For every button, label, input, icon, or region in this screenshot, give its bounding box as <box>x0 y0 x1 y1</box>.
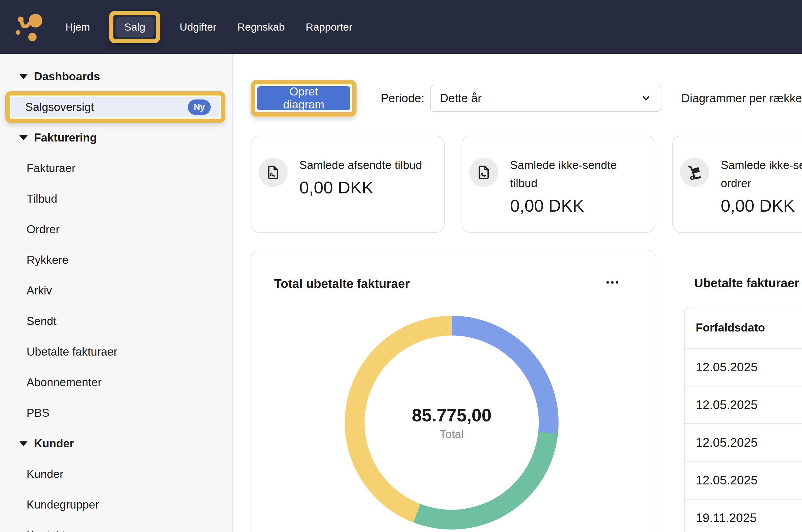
sidebar-item-rykkere[interactable]: Rykkere <box>0 245 232 275</box>
card-label: Samlede afsendte tilbud <box>299 156 423 174</box>
period-label: Periode: <box>381 92 424 105</box>
chevron-down-icon <box>641 93 652 104</box>
sidebar-item-kunder[interactable]: Kunder <box>0 459 232 489</box>
sidebar-item-salgsoversigt[interactable]: Salgsoversigt Ny <box>11 97 219 117</box>
icon-circle <box>469 158 498 187</box>
period-selected-value: Dette år <box>440 92 482 105</box>
sidebar-section-fakturering[interactable]: Fakturering <box>0 122 232 153</box>
new-badge: Ny <box>188 99 211 115</box>
nav-item-salg[interactable]: Salg <box>116 17 154 37</box>
sidebar-section-dashboards[interactable]: Dashboards <box>0 61 232 92</box>
summary-cards-row: Samlede afsendte tilbud 0,00 DKK Samlede… <box>251 136 802 233</box>
nav-menu: Hjem Salg Udgifter Regnskab Rapporter <box>64 11 354 43</box>
sidebar-row: Salgsoversigt Ny <box>0 92 232 122</box>
sidebar-item-label: Salgsoversigt <box>25 101 94 114</box>
card-value: 0,00 DKK <box>510 195 634 216</box>
chevron-down-icon <box>19 441 28 446</box>
period-select[interactable]: Dette år <box>430 84 662 112</box>
table-row[interactable]: 12.05.2025 <box>685 424 802 462</box>
card-value: 0,00 DKK <box>299 177 423 197</box>
unpaid-invoices-panel: Ubetalte fakturaer Forfaldsdato 12.05.20… <box>672 250 802 532</box>
section-title: Fakturering <box>34 131 97 144</box>
sidebar-item-fakturaer[interactable]: Fakturaer <box>0 153 232 184</box>
nav-item-regnskab[interactable]: Regnskab <box>235 18 286 36</box>
card-text: Samlede afsendte tilbud 0,00 DKK <box>299 156 423 197</box>
unpaid-invoices-chart-card: Total ubetalte fakturaer 85.775,00 Total <box>251 250 655 532</box>
nav-item-rapporter[interactable]: Rapporter <box>304 18 354 36</box>
create-chart-button[interactable]: Opret diagram <box>257 86 350 110</box>
card-label: Samlede ikke-sendte tilbud <box>510 156 634 192</box>
table-row[interactable]: 19.11.2025 <box>685 499 802 532</box>
sidebar-item-kontaktpersoner[interactable]: Kontaktpersoner <box>0 520 232 532</box>
icon-circle <box>680 158 709 187</box>
donut-center: 85.775,00 Total <box>365 336 539 510</box>
sidebar: Dashboards Salgsoversigt Ny Fakturering … <box>0 54 233 532</box>
dashboard-toolbar: Opret diagram Periode: Dette år Diagramm… <box>251 80 802 116</box>
chevron-down-icon <box>19 135 28 140</box>
card-unsent-quotes: Samlede ikke-sendte tilbud 0,00 DKK <box>461 136 655 233</box>
card-unsent-orders: Samlede ikke-sendte ordrer 0,00 DKK <box>672 136 802 233</box>
top-nav: Hjem Salg Udgifter Regnskab Rapporter <box>0 0 802 54</box>
due-date-column-header: Forfaldsdato <box>685 307 802 349</box>
main-content: Opret diagram Periode: Dette år Diagramm… <box>233 54 802 532</box>
hand-truck-icon <box>686 164 703 181</box>
section-title: Kunder <box>34 437 74 450</box>
card-value: 0,00 DKK <box>721 195 802 216</box>
donut-total-value: 85.775,00 <box>412 405 492 425</box>
chart-title: Total ubetalte fakturaer <box>274 277 409 291</box>
document-signature-icon <box>265 164 281 180</box>
nav-salg-highlight-frame: Salg <box>109 11 160 43</box>
nav-item-udgifter[interactable]: Udgifter <box>178 18 218 36</box>
sidebar-item-abonnementer[interactable]: Abonnementer <box>0 367 232 398</box>
card-text: Samlede ikke-sendte ordrer 0,00 DKK <box>721 156 802 216</box>
panel-title: Ubetalte fakturaer <box>694 276 799 290</box>
sidebar-item-sendt[interactable]: Sendt <box>0 306 232 337</box>
table-row[interactable]: 12.05.2025 <box>685 349 802 386</box>
card-sent-quotes: Samlede afsendte tilbud 0,00 DKK <box>251 136 444 233</box>
sidebar-item-ubetalte-fakturaer[interactable]: Ubetalte fakturaer <box>0 337 232 367</box>
create-chart-highlight-frame: Opret diagram <box>251 80 357 116</box>
table-row[interactable]: 12.05.2025 <box>685 462 802 499</box>
sidebar-section-kunder[interactable]: Kunder <box>0 428 232 459</box>
card-label: Samlede ikke-sendte ordrer <box>721 156 802 192</box>
icon-circle <box>259 158 288 187</box>
salgsoversigt-highlight-frame: Salgsoversigt Ny <box>5 91 225 123</box>
chevron-down-icon <box>19 74 28 79</box>
ellipsis-menu-icon[interactable] <box>607 281 618 284</box>
section-title: Dashboards <box>34 70 100 83</box>
donut-chart: 85.775,00 Total <box>345 316 558 530</box>
sales-dashboard-page: Hjem Salg Udgifter Regnskab Rapporter Da… <box>0 0 802 532</box>
sidebar-item-ordrer[interactable]: Ordrer <box>0 214 232 245</box>
table-row[interactable]: 12.05.2025 <box>685 386 802 424</box>
charts-per-row-label: Diagrammer per række <box>681 92 802 105</box>
sidebar-item-arkiv[interactable]: Arkiv <box>0 275 232 306</box>
sidebar-item-pbs[interactable]: PBS <box>0 398 232 428</box>
sidebar-item-tilbud[interactable]: Tilbud <box>0 184 232 214</box>
due-date-table: Forfaldsdato 12.05.2025 12.05.2025 12.05… <box>684 307 802 532</box>
document-signature-icon <box>476 164 492 180</box>
donut-total-label: Total <box>440 428 464 441</box>
card-text: Samlede ikke-sendte tilbud 0,00 DKK <box>510 156 634 216</box>
app-logo-icon <box>14 10 43 44</box>
sidebar-item-kundegrupper[interactable]: Kundegrupper <box>0 489 232 520</box>
nav-item-hjem[interactable]: Hjem <box>64 18 92 36</box>
